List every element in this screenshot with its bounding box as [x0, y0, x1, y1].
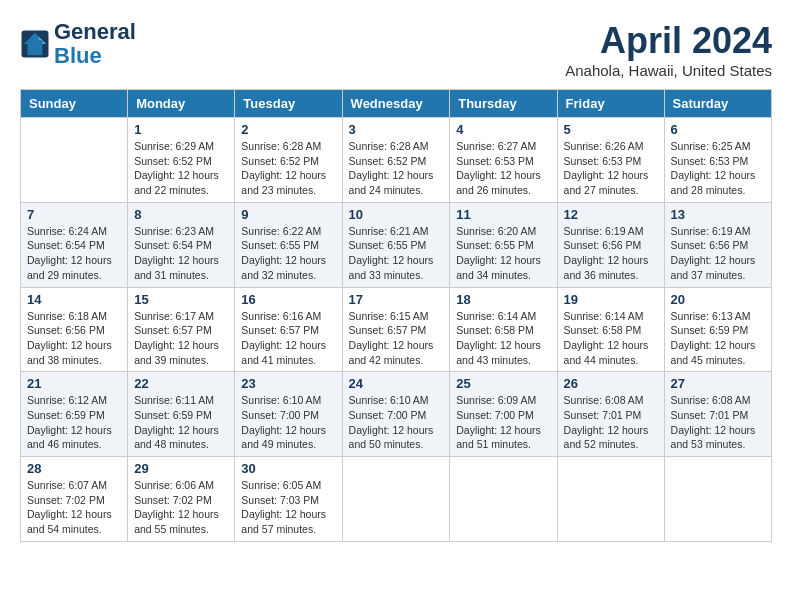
day-detail: Sunrise: 6:20 AM Sunset: 6:55 PM Dayligh… [456, 224, 550, 283]
day-detail: Sunrise: 6:11 AM Sunset: 6:59 PM Dayligh… [134, 393, 228, 452]
day-cell: 4Sunrise: 6:27 AM Sunset: 6:53 PM Daylig… [450, 118, 557, 203]
day-number: 7 [27, 207, 121, 222]
day-number: 1 [134, 122, 228, 137]
weekday-header-monday: Monday [128, 90, 235, 118]
day-detail: Sunrise: 6:05 AM Sunset: 7:03 PM Dayligh… [241, 478, 335, 537]
weekday-header-row: SundayMondayTuesdayWednesdayThursdayFrid… [21, 90, 772, 118]
day-cell: 6Sunrise: 6:25 AM Sunset: 6:53 PM Daylig… [664, 118, 771, 203]
logo-line2: Blue [54, 44, 136, 68]
week-row-4: 21Sunrise: 6:12 AM Sunset: 6:59 PM Dayli… [21, 372, 772, 457]
day-cell: 7Sunrise: 6:24 AM Sunset: 6:54 PM Daylig… [21, 202, 128, 287]
day-cell: 3Sunrise: 6:28 AM Sunset: 6:52 PM Daylig… [342, 118, 450, 203]
day-number: 11 [456, 207, 550, 222]
week-row-1: 1Sunrise: 6:29 AM Sunset: 6:52 PM Daylig… [21, 118, 772, 203]
day-detail: Sunrise: 6:22 AM Sunset: 6:55 PM Dayligh… [241, 224, 335, 283]
week-row-2: 7Sunrise: 6:24 AM Sunset: 6:54 PM Daylig… [21, 202, 772, 287]
day-detail: Sunrise: 6:21 AM Sunset: 6:55 PM Dayligh… [349, 224, 444, 283]
day-cell [450, 457, 557, 542]
day-cell: 15Sunrise: 6:17 AM Sunset: 6:57 PM Dayli… [128, 287, 235, 372]
day-cell: 21Sunrise: 6:12 AM Sunset: 6:59 PM Dayli… [21, 372, 128, 457]
day-cell: 9Sunrise: 6:22 AM Sunset: 6:55 PM Daylig… [235, 202, 342, 287]
day-number: 28 [27, 461, 121, 476]
day-cell: 14Sunrise: 6:18 AM Sunset: 6:56 PM Dayli… [21, 287, 128, 372]
day-number: 29 [134, 461, 228, 476]
weekday-header-wednesday: Wednesday [342, 90, 450, 118]
day-detail: Sunrise: 6:06 AM Sunset: 7:02 PM Dayligh… [134, 478, 228, 537]
page-header: General Blue April 2024 Anahola, Hawaii,… [20, 20, 772, 79]
day-cell: 11Sunrise: 6:20 AM Sunset: 6:55 PM Dayli… [450, 202, 557, 287]
day-cell [342, 457, 450, 542]
title-block: April 2024 Anahola, Hawaii, United State… [565, 20, 772, 79]
day-detail: Sunrise: 6:17 AM Sunset: 6:57 PM Dayligh… [134, 309, 228, 368]
day-number: 4 [456, 122, 550, 137]
day-cell: 30Sunrise: 6:05 AM Sunset: 7:03 PM Dayli… [235, 457, 342, 542]
day-detail: Sunrise: 6:25 AM Sunset: 6:53 PM Dayligh… [671, 139, 765, 198]
day-detail: Sunrise: 6:29 AM Sunset: 6:52 PM Dayligh… [134, 139, 228, 198]
day-detail: Sunrise: 6:14 AM Sunset: 6:58 PM Dayligh… [564, 309, 658, 368]
day-cell: 25Sunrise: 6:09 AM Sunset: 7:00 PM Dayli… [450, 372, 557, 457]
day-detail: Sunrise: 6:18 AM Sunset: 6:56 PM Dayligh… [27, 309, 121, 368]
day-detail: Sunrise: 6:19 AM Sunset: 6:56 PM Dayligh… [671, 224, 765, 283]
day-cell: 16Sunrise: 6:16 AM Sunset: 6:57 PM Dayli… [235, 287, 342, 372]
day-cell: 27Sunrise: 6:08 AM Sunset: 7:01 PM Dayli… [664, 372, 771, 457]
day-cell: 29Sunrise: 6:06 AM Sunset: 7:02 PM Dayli… [128, 457, 235, 542]
day-cell: 1Sunrise: 6:29 AM Sunset: 6:52 PM Daylig… [128, 118, 235, 203]
logo-icon [20, 29, 50, 59]
day-cell [557, 457, 664, 542]
day-detail: Sunrise: 6:19 AM Sunset: 6:56 PM Dayligh… [564, 224, 658, 283]
day-detail: Sunrise: 6:26 AM Sunset: 6:53 PM Dayligh… [564, 139, 658, 198]
day-cell [21, 118, 128, 203]
day-number: 15 [134, 292, 228, 307]
day-detail: Sunrise: 6:10 AM Sunset: 7:00 PM Dayligh… [349, 393, 444, 452]
day-cell: 20Sunrise: 6:13 AM Sunset: 6:59 PM Dayli… [664, 287, 771, 372]
weekday-header-friday: Friday [557, 90, 664, 118]
logo: General Blue [20, 20, 136, 68]
day-number: 26 [564, 376, 658, 391]
day-detail: Sunrise: 6:08 AM Sunset: 7:01 PM Dayligh… [671, 393, 765, 452]
day-detail: Sunrise: 6:12 AM Sunset: 6:59 PM Dayligh… [27, 393, 121, 452]
day-number: 22 [134, 376, 228, 391]
day-cell: 17Sunrise: 6:15 AM Sunset: 6:57 PM Dayli… [342, 287, 450, 372]
day-detail: Sunrise: 6:23 AM Sunset: 6:54 PM Dayligh… [134, 224, 228, 283]
day-detail: Sunrise: 6:14 AM Sunset: 6:58 PM Dayligh… [456, 309, 550, 368]
day-cell: 13Sunrise: 6:19 AM Sunset: 6:56 PM Dayli… [664, 202, 771, 287]
calendar-table: SundayMondayTuesdayWednesdayThursdayFrid… [20, 89, 772, 542]
day-cell: 28Sunrise: 6:07 AM Sunset: 7:02 PM Dayli… [21, 457, 128, 542]
weekday-header-saturday: Saturday [664, 90, 771, 118]
day-number: 27 [671, 376, 765, 391]
day-number: 5 [564, 122, 658, 137]
week-row-3: 14Sunrise: 6:18 AM Sunset: 6:56 PM Dayli… [21, 287, 772, 372]
day-detail: Sunrise: 6:08 AM Sunset: 7:01 PM Dayligh… [564, 393, 658, 452]
month-title: April 2024 [565, 20, 772, 62]
day-number: 8 [134, 207, 228, 222]
day-detail: Sunrise: 6:09 AM Sunset: 7:00 PM Dayligh… [456, 393, 550, 452]
day-detail: Sunrise: 6:10 AM Sunset: 7:00 PM Dayligh… [241, 393, 335, 452]
day-number: 9 [241, 207, 335, 222]
day-number: 20 [671, 292, 765, 307]
day-cell: 8Sunrise: 6:23 AM Sunset: 6:54 PM Daylig… [128, 202, 235, 287]
logo-line1: General [54, 20, 136, 44]
week-row-5: 28Sunrise: 6:07 AM Sunset: 7:02 PM Dayli… [21, 457, 772, 542]
day-number: 2 [241, 122, 335, 137]
day-number: 19 [564, 292, 658, 307]
day-number: 14 [27, 292, 121, 307]
day-detail: Sunrise: 6:28 AM Sunset: 6:52 PM Dayligh… [349, 139, 444, 198]
day-detail: Sunrise: 6:15 AM Sunset: 6:57 PM Dayligh… [349, 309, 444, 368]
day-cell: 22Sunrise: 6:11 AM Sunset: 6:59 PM Dayli… [128, 372, 235, 457]
day-cell [664, 457, 771, 542]
day-number: 16 [241, 292, 335, 307]
day-number: 12 [564, 207, 658, 222]
day-number: 17 [349, 292, 444, 307]
day-number: 21 [27, 376, 121, 391]
day-cell: 24Sunrise: 6:10 AM Sunset: 7:00 PM Dayli… [342, 372, 450, 457]
day-cell: 18Sunrise: 6:14 AM Sunset: 6:58 PM Dayli… [450, 287, 557, 372]
weekday-header-tuesday: Tuesday [235, 90, 342, 118]
day-detail: Sunrise: 6:24 AM Sunset: 6:54 PM Dayligh… [27, 224, 121, 283]
day-detail: Sunrise: 6:13 AM Sunset: 6:59 PM Dayligh… [671, 309, 765, 368]
day-number: 18 [456, 292, 550, 307]
day-cell: 26Sunrise: 6:08 AM Sunset: 7:01 PM Dayli… [557, 372, 664, 457]
day-number: 13 [671, 207, 765, 222]
day-detail: Sunrise: 6:16 AM Sunset: 6:57 PM Dayligh… [241, 309, 335, 368]
day-detail: Sunrise: 6:28 AM Sunset: 6:52 PM Dayligh… [241, 139, 335, 198]
day-number: 10 [349, 207, 444, 222]
